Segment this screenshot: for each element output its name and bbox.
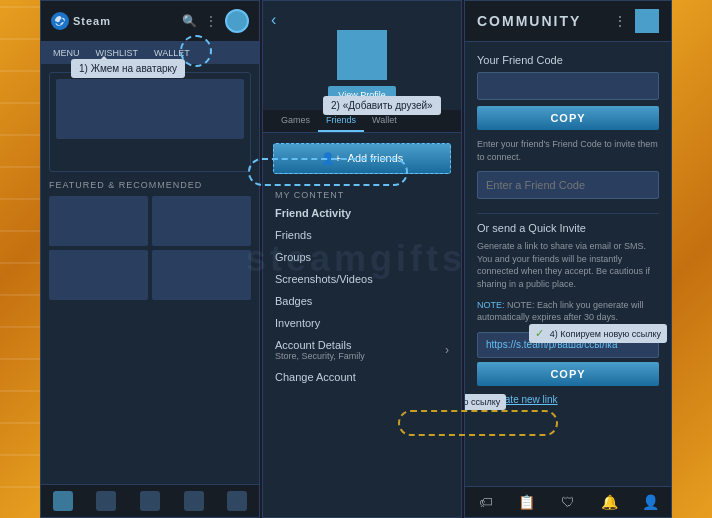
add-friends-button[interactable]: 👤+ Add friends — [273, 143, 451, 174]
menu-friends[interactable]: Friends — [263, 224, 461, 246]
steam-logo: Steam — [51, 11, 111, 31]
steam-panel: Steam 🔍 ⋮ 1) Жмем на аватарку MENU WISHL… — [40, 0, 260, 518]
bottom-list-icon[interactable] — [96, 491, 116, 511]
copy-friend-code-button[interactable]: COPY — [477, 106, 659, 130]
menu-inventory[interactable]: Inventory — [263, 312, 461, 334]
back-arrow-icon[interactable]: ‹ — [271, 11, 276, 29]
community-header-right: ⋮ — [613, 9, 659, 33]
search-icon[interactable]: 🔍 — [181, 13, 197, 29]
friend-code-section-title: Your Friend Code — [477, 54, 659, 66]
step2-tooltip: 2) «Добавить друзей» — [323, 96, 441, 115]
profile-avatar — [337, 30, 387, 80]
community-title: COMMUNITY — [477, 13, 581, 29]
community-bottom-nav: 🏷 📋 🛡 🔔 👤 — [465, 486, 671, 517]
avatar[interactable] — [225, 9, 249, 33]
menu-account[interactable]: Account Details Store, Security, Family … — [263, 334, 461, 366]
copy-link-button[interactable]: COPY — [477, 362, 659, 386]
steam-bottom-nav — [41, 484, 259, 517]
more-icon[interactable]: ⋮ — [203, 13, 219, 29]
bottom-menu-icon[interactable] — [227, 491, 247, 511]
menu-screenshots[interactable]: Screenshots/Videos — [263, 268, 461, 290]
invite-helper-text: Enter your friend's Friend Code to invit… — [477, 138, 659, 163]
my-content-label: MY CONTENT — [263, 184, 461, 202]
gift-stripe — [0, 0, 40, 518]
bottom-list-icon-right[interactable]: 📋 — [518, 493, 536, 511]
nav-menu[interactable]: MENU — [49, 46, 84, 60]
step4-tooltip: ✓ 4) Копируем новую ссылку — [529, 324, 667, 343]
community-avatar — [635, 9, 659, 33]
step3-tooltip: 3) Создаем новую ссылку — [465, 394, 506, 410]
note-text: NOTE: NOTE: Each link you generate will … — [477, 299, 659, 324]
divider — [477, 213, 659, 214]
nav-wallet[interactable]: WALLET — [150, 46, 194, 60]
community-content: Your Friend Code COPY Enter your friend'… — [465, 42, 671, 478]
quick-invite-text: Generate a link to share via email or SM… — [477, 240, 659, 290]
community-panel: COMMUNITY ⋮ Your Friend Code COPY Enter … — [464, 0, 672, 518]
featured-img-1 — [49, 196, 148, 246]
steam-icon — [51, 12, 69, 30]
menu-change-account[interactable]: Change Account — [263, 366, 461, 388]
bottom-shield-icon[interactable] — [140, 491, 160, 511]
enter-friend-code-input[interactable] — [477, 171, 659, 199]
steam-title: Steam — [73, 15, 111, 27]
steam-header: Steam 🔍 ⋮ — [41, 1, 259, 42]
community-header: COMMUNITY ⋮ — [465, 1, 671, 42]
step1-tooltip: 1) Жмем на аватарку — [71, 59, 185, 78]
steam-main-area: FEATURED & RECOMMENDED — [41, 64, 259, 308]
main-container: Steam 🔍 ⋮ 1) Жмем на аватарку MENU WISHL… — [40, 0, 672, 518]
bottom-tag-icon-right[interactable]: 🏷 — [477, 493, 495, 511]
menu-friend-activity[interactable]: Friend Activity — [263, 202, 461, 224]
menu-groups[interactable]: Groups — [263, 246, 461, 268]
bottom-bell-icon[interactable] — [184, 491, 204, 511]
community-more-icon[interactable]: ⋮ — [613, 13, 627, 29]
featured-img-2 — [152, 196, 251, 246]
bottom-profile-icon-right[interactable]: 👤 — [641, 493, 659, 511]
featured-images — [49, 196, 251, 300]
bottom-tag-icon[interactable] — [53, 491, 73, 511]
middle-panel: ‹ View Profile 2) «Добавить друзей» Game… — [262, 0, 462, 518]
tab-games[interactable]: Games — [273, 110, 318, 132]
profile-preview — [49, 72, 251, 172]
featured-img-4 — [152, 250, 251, 300]
nav-wishlist[interactable]: WISHLIST — [92, 46, 143, 60]
steam-header-icons: 🔍 ⋮ — [181, 9, 249, 33]
featured-label: FEATURED & RECOMMENDED — [49, 180, 251, 190]
bottom-shield-icon-right[interactable]: 🛡 — [559, 493, 577, 511]
menu-badges[interactable]: Badges — [263, 290, 461, 312]
quick-invite-title: Or send a Quick Invite — [477, 222, 659, 234]
featured-img-3 — [49, 250, 148, 300]
friend-code-display[interactable] — [477, 72, 659, 100]
bottom-bell-icon-right[interactable]: 🔔 — [600, 493, 618, 511]
